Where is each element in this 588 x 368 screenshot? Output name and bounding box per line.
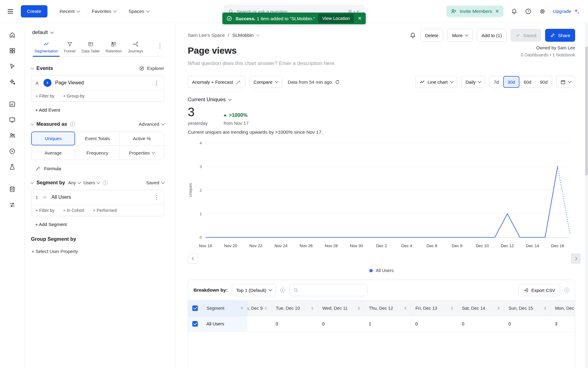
alert-bell-icon[interactable] — [409, 32, 416, 39]
row-checkbox[interactable] — [192, 321, 198, 327]
range-30d[interactable]: 30d — [503, 76, 519, 88]
description-placeholder[interactable]: What question does this chart answer? En… — [188, 60, 575, 67]
column-header[interactable]: Sat, Dec 14 — [462, 306, 485, 311]
favorites-menu[interactable]: Favorites — [92, 9, 116, 14]
option-uniques[interactable]: Uniques — [31, 132, 75, 146]
breadcrumb-space[interactable]: Sam Lee's Space — [188, 33, 225, 38]
collapse-chevron-icon[interactable] — [30, 66, 34, 69]
share-button[interactable]: Share — [545, 29, 575, 42]
scrollbar-thumb[interactable] — [585, 47, 588, 175]
dismiss-invite-icon[interactable]: ✕ — [495, 9, 499, 14]
data-icon[interactable] — [6, 183, 18, 195]
select-cursor-icon[interactable] — [6, 60, 18, 72]
select-all-checkbox[interactable] — [192, 305, 198, 311]
sort-icon[interactable] — [497, 307, 500, 310]
sort-icon[interactable] — [358, 307, 360, 310]
chevron-down-icon[interactable] — [43, 195, 46, 198]
segment-filter-by[interactable]: + Filter by — [36, 208, 55, 213]
view-location-button[interactable]: View Location — [318, 14, 354, 23]
screens-icon[interactable] — [6, 114, 18, 126]
toast-close-icon[interactable]: ✕ — [358, 16, 362, 21]
formula-button[interactable]: Formula — [31, 166, 164, 171]
scroll-right-button[interactable] — [571, 253, 581, 264]
scrollbar-track[interactable] — [585, 23, 588, 368]
sort-icon[interactable] — [404, 307, 407, 310]
chevron-down-icon[interactable] — [256, 33, 259, 36]
scroll-left-button[interactable] — [188, 253, 198, 264]
range-60d[interactable]: 60d — [519, 76, 536, 88]
recent-menu[interactable]: Recent — [60, 9, 80, 14]
tab-journeys[interactable]: Journeys — [125, 40, 146, 56]
segment-options-icon[interactable]: ⋮ — [154, 194, 160, 200]
home-icon[interactable] — [6, 29, 18, 41]
custom-date-dropdown[interactable] — [556, 76, 575, 88]
boards-icon[interactable] — [6, 44, 18, 57]
tab-data-table[interactable]: Data Table — [79, 40, 103, 56]
chart-type-dropdown[interactable]: Line chart — [415, 76, 457, 88]
event-filter-by[interactable]: + Filter by — [36, 94, 55, 98]
flows-icon[interactable] — [6, 199, 18, 211]
tab-funnel[interactable]: Funnel — [61, 40, 79, 56]
column-header[interactable]: Mon, Dec 16 — [555, 306, 575, 311]
compare-dropdown[interactable]: Compare — [249, 76, 282, 88]
help-icon[interactable]: ? — [525, 8, 532, 15]
hamburger-menu-icon[interactable] — [7, 8, 14, 15]
column-header[interactable]: Tue, Dec 10 — [276, 306, 300, 311]
column-header[interactable]: Fri, Dec 13 — [416, 306, 437, 311]
saved-segments-dropdown[interactable]: Saved — [146, 180, 164, 185]
metrics-icon[interactable] — [6, 98, 18, 110]
explorer-button[interactable]: Explorer — [139, 66, 164, 71]
range-7d[interactable]: 7d — [489, 76, 503, 88]
breadcrumb-current[interactable]: SLMobbin — [232, 33, 254, 38]
advanced-dropdown[interactable]: Advanced — [139, 121, 164, 127]
range-90d[interactable]: 90d — [536, 76, 552, 88]
sort-icon[interactable] — [451, 307, 453, 310]
sort-icon[interactable] — [311, 307, 314, 310]
column-header[interactable]: Wed, Dec 11 — [322, 306, 348, 311]
more-button[interactable]: More — [447, 29, 473, 42]
option-active-pct[interactable]: Active % — [120, 132, 164, 146]
column-header[interactable]: Sun, Dec 15 — [509, 306, 533, 311]
add-to-button[interactable]: Add to (1) — [477, 29, 507, 42]
segment-type-dropdown[interactable]: Users — [84, 180, 100, 185]
more-tabs-icon[interactable]: ⋮ — [157, 43, 163, 49]
upgrade-link[interactable]: Upgrade — [553, 8, 580, 15]
segment-in-cohort[interactable]: + In Cohort — [63, 208, 85, 213]
breakdown-selector-dropdown[interactable]: Top 1 (Default) — [232, 284, 276, 296]
event-group-by[interactable]: + Group-by — [63, 94, 85, 98]
create-button[interactable]: Create — [21, 5, 47, 17]
metric-selector[interactable]: Current Uniques — [188, 97, 575, 103]
delete-button[interactable]: Delete — [420, 29, 443, 42]
spaces-menu[interactable]: Spaces — [128, 9, 149, 14]
breakdown-search[interactable] — [289, 284, 368, 296]
collapse-chevron-icon[interactable] — [30, 122, 34, 125]
column-header[interactable]: Thu, Dec 12 — [369, 306, 393, 311]
option-frequency[interactable]: Frequency — [75, 146, 119, 160]
add-segment-button[interactable]: + Add Segment — [31, 222, 164, 227]
refresh-icon[interactable] — [335, 79, 340, 85]
sort-icon[interactable] — [544, 307, 546, 310]
option-event-totals[interactable]: Event Totals — [75, 132, 119, 146]
event-options-icon[interactable]: ⋮ — [154, 80, 160, 86]
session-replay-icon[interactable] — [6, 145, 18, 157]
notifications-bell-icon[interactable] — [511, 8, 518, 15]
tab-segmentation[interactable]: Segmentation — [32, 40, 61, 56]
column-header[interactable]: Mon, Dec 9 — [247, 306, 263, 311]
sort-icon[interactable] — [265, 307, 267, 310]
workspace-selector[interactable]: default — [31, 29, 164, 36]
breakdown-search-input[interactable] — [301, 288, 364, 293]
event-name[interactable]: Page Viewed — [55, 80, 84, 86]
select-user-property-button[interactable]: + Select User Property — [31, 249, 164, 254]
segment-performed[interactable]: + Performed — [93, 208, 117, 213]
ai-assistant-icon[interactable] — [6, 76, 18, 88]
tab-retention[interactable]: Retention — [103, 40, 125, 56]
table-row[interactable]: All Users 0 0 1 0 0 0 3 — [188, 316, 575, 332]
column-header[interactable]: Segment — [207, 306, 224, 311]
invite-members-button[interactable]: Invite Members ✕ — [446, 6, 503, 17]
option-properties[interactable]: Properties — [120, 146, 164, 160]
line-chart[interactable]: 43210Nov 18Nov 20Nov 22Nov 24Nov 26Nov 2… — [188, 137, 575, 251]
collapse-chevron-icon[interactable] — [30, 180, 34, 184]
add-event-button[interactable]: + Add Event — [31, 107, 164, 113]
sort-icon[interactable] — [241, 307, 243, 310]
experiments-icon[interactable] — [6, 161, 18, 173]
